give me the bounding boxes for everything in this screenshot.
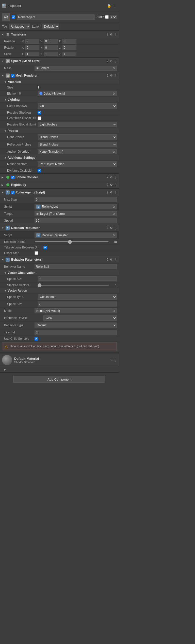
model-ref-btn[interactable]: ⊙ [112,309,115,313]
mesh-ref[interactable]: ⊞ Sphere ⊙ [35,66,117,71]
dr-help-icon[interactable]: ? [107,226,108,230]
va-space-size-input[interactable] [38,301,117,307]
material-expand-arrow[interactable]: ▶ [4,368,6,371]
decision-requester-header[interactable]: ▼ # Decision Requester ? ⚙ ⋮ [0,224,119,232]
layer-select[interactable]: Default [42,24,59,29]
bp-help-icon[interactable]: ? [107,258,108,261]
position-z[interactable] [62,39,76,44]
static-checkbox[interactable] [105,15,109,19]
receive-gi-dropdown[interactable]: Light Probes [38,122,117,127]
position-y[interactable] [44,39,58,44]
mr-help-icon[interactable]: ? [107,74,108,77]
reflection-probes-dropdown[interactable]: Blend Probes [38,142,117,147]
behavior-parameters-header[interactable]: ▼ # Behavior Parameters ? ⚙ ⋮ [0,256,119,263]
add-settings-arrow: ▼ [4,156,7,159]
sc-active-checkbox[interactable] [11,176,14,179]
dr-script-ref[interactable]: # DecisionRequester ⊙ [35,232,117,238]
va-space-type-dropdown[interactable]: Continuous [38,294,117,300]
offset-step-checkbox[interactable] [35,251,38,255]
contribute-gi-checkbox[interactable] [38,116,41,120]
additional-settings-subsection[interactable]: ▼ Additional Settings [0,155,119,160]
vector-observation-subsection[interactable]: ▼ Vector Observation [0,270,119,276]
mr-more-icon[interactable]: ⋮ [114,74,117,77]
dr-script-btn[interactable]: ⊙ [112,234,115,237]
tag-select[interactable]: Untagged [9,24,30,29]
sc-help-icon[interactable]: ? [107,175,108,179]
ra-target-ref[interactable]: ⊞ Target (Transform) ⊙ [35,211,117,216]
lock-icon[interactable]: 🔒 [107,4,111,8]
cast-shadows-dropdown[interactable]: On [38,103,117,109]
stacked-vectors-slider[interactable] [38,285,109,286]
ra-speed-input[interactable] [35,218,117,223]
use-child-sensors-checkbox[interactable] [35,337,38,341]
motion-vectors-dropdown[interactable]: Per Object Motion [38,161,117,167]
behavior-type-dropdown[interactable]: Default [35,323,117,328]
ra-script-ref[interactable]: # RollerAgent ⊙ [35,204,117,209]
anchor-override-ref[interactable]: None (Transform) ⊙ [38,149,117,154]
receive-shadows-checkbox[interactable] [38,111,41,114]
ra-more-icon[interactable]: ⋮ [114,191,117,194]
inference-device-dropdown[interactable]: CPU [43,315,117,321]
rotation-x[interactable] [25,45,39,50]
ra-settings-icon[interactable]: ⚙ [110,191,113,194]
rb-help-icon[interactable]: ? [107,183,108,187]
menu-icon[interactable]: ⋮ [113,4,117,8]
more-icon[interactable]: ⋮ [114,33,117,36]
probes-subsection[interactable]: ▼ Probes [0,128,119,134]
roller-agent-header[interactable]: ▼ # Roller Agent (Script) ? ⚙ ⋮ [0,189,119,196]
settings-icon[interactable]: ⚙ [110,33,113,36]
rb-settings-icon[interactable]: ⚙ [110,183,113,187]
object-active-checkbox[interactable] [12,15,15,19]
ra-help-icon[interactable]: ? [107,191,108,194]
element0-btn[interactable]: ⊙ [112,92,115,95]
rb-more-icon[interactable]: ⋮ [114,183,117,187]
bp-more-icon[interactable]: ⋮ [114,258,117,261]
mf-settings-icon[interactable]: ⚙ [110,59,113,63]
help-icon[interactable]: ? [107,33,108,36]
mat-more-icon[interactable]: ⋮ [114,358,117,362]
ra-active-checkbox[interactable] [11,191,14,194]
position-x[interactable] [25,39,39,44]
dr-more-icon[interactable]: ⋮ [114,226,117,230]
mesh-filter-header[interactable]: ▼ ⊞ Sphere (Mesh Filter) ? ⚙ ⋮ [0,57,119,65]
ra-script-btn[interactable]: ⊙ [112,205,115,208]
mesh-ref-btn[interactable]: ⊙ [112,66,115,70]
mf-more-icon[interactable]: ⋮ [114,59,117,63]
rotation-y[interactable] [44,45,58,50]
max-step-input[interactable] [35,197,117,202]
behavior-name-input[interactable] [35,264,117,269]
ra-target-btn[interactable]: ⊙ [112,212,115,216]
mr-settings-icon[interactable]: ⚙ [110,74,113,77]
rotation-z[interactable] [62,45,76,50]
vo-space-size-input[interactable] [38,276,117,281]
scale-y[interactable] [44,52,58,56]
sc-settings-icon[interactable]: ⚙ [110,175,113,179]
scale-z[interactable] [62,52,76,56]
transform-header[interactable]: ▼ ⊞ Transform ? ⚙ ⋮ [0,31,119,38]
dynamic-occlusion-checkbox[interactable] [38,169,41,172]
bp-settings-icon[interactable]: ⚙ [110,258,113,261]
materials-subsection[interactable]: ▼ Materials [0,79,119,85]
model-ref[interactable]: None (NN Model) ⊙ [35,308,117,313]
add-component-button[interactable]: Add Component [13,376,105,383]
rigidbody-header[interactable]: ▶ Rigidbody ? ⚙ ⋮ [0,181,119,189]
mf-help-icon[interactable]: ? [107,59,108,63]
sphere-collider-header[interactable]: ▶ Sphere Collider ? ⚙ ⋮ [0,173,119,181]
scale-x[interactable] [25,52,39,56]
decision-period-slider[interactable] [35,241,109,242]
element0-ref[interactable]: Default-Material ⊙ [38,91,117,96]
sc-more-icon[interactable]: ⋮ [114,175,117,179]
mat-help-icon[interactable]: ? [110,358,112,362]
static-dropdown[interactable]: ▾ [110,15,117,19]
anchor-override-text: None (Transform) [39,150,111,153]
object-name-input[interactable] [17,14,95,20]
light-probes-dropdown[interactable]: Blend Probes [38,134,117,140]
team-id-input[interactable] [35,330,117,335]
take-actions-checkbox[interactable] [43,246,47,249]
dr-settings-icon[interactable]: ⚙ [110,226,113,230]
lighting-subsection[interactable]: ▼ Lighting [0,97,119,102]
mesh-renderer-header[interactable]: ▼ ⊟ Mesh Renderer ? ⚙ ⋮ [0,72,119,79]
anchor-override-btn[interactable]: ⊙ [112,150,115,153]
mr-active-checkbox[interactable] [11,74,14,77]
vector-action-subsection[interactable]: ▼ Vector Action [0,288,119,293]
